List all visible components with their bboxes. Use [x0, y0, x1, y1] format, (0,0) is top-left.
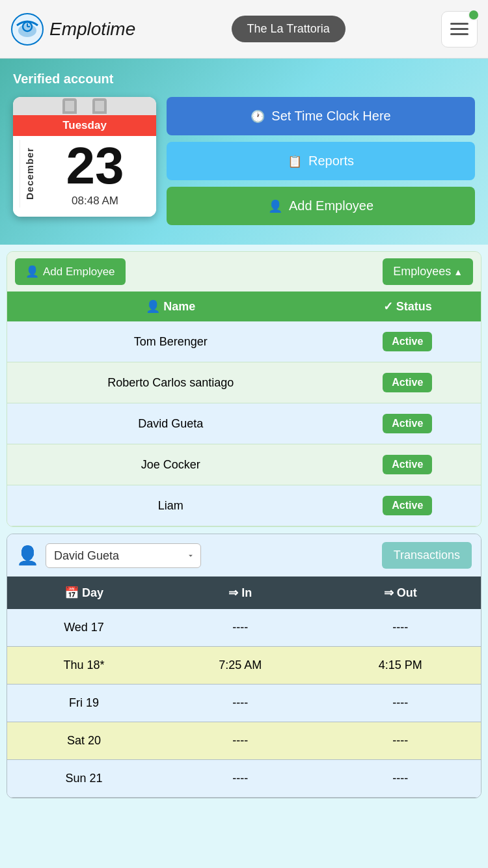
- hamburger-line-2: [450, 28, 468, 30]
- employee-table: 👤 Name ✓ Status Tom Berenger Active Robe…: [7, 292, 481, 526]
- name-column-header: 👤 Name: [7, 292, 334, 321]
- employee-name-cell: David Gueta: [7, 403, 334, 444]
- transaction-table-row: Sat 20 ---- ----: [7, 722, 481, 760]
- calendar-widget: Tuesday December 23 08:48 AM: [13, 97, 156, 217]
- reports-icon: [288, 154, 302, 169]
- transactions-table: 📅 Day ⇒ In ⇒ Out Wed 17 ---- ---- Thu 18…: [7, 576, 481, 798]
- employee-table-body: Tom Berenger Active Roberto Carlos santi…: [7, 321, 481, 526]
- trans-in-cell: 7:25 AM: [161, 647, 320, 685]
- employee-table-row[interactable]: Tom Berenger Active: [7, 321, 481, 362]
- add-employee-label: Add Employee: [43, 265, 115, 278]
- trans-day-cell: Wed 17: [7, 609, 161, 647]
- calendar-body: December 23 08:48 AM: [13, 136, 156, 217]
- restaurant-name: The La Trattoria: [232, 16, 346, 42]
- employees-dropdown-label: Employees: [393, 265, 463, 278]
- add-employee-hero-label: Add Employee: [289, 198, 373, 213]
- hamburger-line-1: [450, 23, 468, 25]
- reports-label: Reports: [308, 154, 354, 169]
- app-header: Emplotime The La Trattoria: [0, 0, 488, 59]
- employee-status-cell: Active: [334, 403, 481, 444]
- hamburger-line-3: [450, 33, 468, 35]
- add-employee-button[interactable]: 👤 Add Employee: [15, 258, 126, 285]
- trans-out-cell: ----: [320, 609, 481, 647]
- transactions-header: 👤 Tom BerengerRoberto Carlos santiagoDav…: [7, 534, 481, 576]
- calendar-right: 23 08:48 AM: [40, 140, 150, 208]
- transaction-table-row: Wed 17 ---- ----: [7, 609, 481, 647]
- logo-icon: [10, 12, 44, 46]
- employee-list-section: 👤 Add Employee Employees 👤 Name ✓ Status…: [7, 251, 481, 527]
- employee-name-cell: Joe Cocker: [7, 444, 334, 485]
- in-column-header: ⇒ In: [161, 576, 320, 609]
- trans-day-cell: Thu 18*: [7, 647, 161, 685]
- logo-text: Emplotime: [49, 19, 135, 40]
- person-icon-trans: 👤: [16, 545, 39, 566]
- calendar-day-number: 23: [66, 140, 124, 192]
- employee-status-cell: Active: [334, 485, 481, 526]
- out-icon: ⇒: [384, 586, 397, 599]
- trans-day-cell: Sun 21: [7, 760, 161, 798]
- employee-table-row[interactable]: Liam Active: [7, 485, 481, 526]
- trans-day-cell: Sat 20: [7, 722, 161, 760]
- employee-status-cell: Active: [334, 321, 481, 362]
- timeclock-label: Set Time Clock Here: [271, 109, 390, 124]
- calendar-rings: [13, 97, 156, 115]
- employee-table-row[interactable]: David Gueta Active: [7, 403, 481, 444]
- calendar-icon-trans: 📅: [64, 586, 82, 599]
- trans-out-cell: ----: [320, 722, 481, 760]
- trans-in-cell: ----: [161, 685, 320, 722]
- person-icon-add: 👤: [25, 265, 39, 278]
- employee-table-header-row: 👤 Name ✓ Status: [7, 292, 481, 321]
- employee-table-row[interactable]: Roberto Carlos santiago Active: [7, 362, 481, 403]
- logo-area: Emplotime: [10, 12, 135, 46]
- status-badge: Active: [383, 414, 432, 433]
- trans-in-cell: ----: [161, 722, 320, 760]
- calendar-ring-left: [62, 98, 77, 114]
- verified-badge: Verified account: [13, 72, 475, 87]
- trans-out-cell: ----: [320, 685, 481, 722]
- employees-dropdown-button[interactable]: Employees: [383, 258, 473, 285]
- calendar-ring-right: [92, 98, 107, 114]
- in-icon: ⇒: [228, 586, 238, 600]
- status-badge: Active: [383, 496, 432, 515]
- transaction-table-row: Thu 18* 7:25 AM 4:15 PM: [7, 647, 481, 685]
- employee-name-cell: Liam: [7, 485, 334, 526]
- action-buttons-group: Set Time Clock Here Reports Add Employee: [167, 97, 475, 225]
- transactions-button[interactable]: Transactions: [382, 542, 472, 569]
- clock-icon: [251, 109, 265, 124]
- timeclock-button[interactable]: Set Time Clock Here: [167, 97, 475, 135]
- status-badge: Active: [383, 373, 432, 392]
- hero-content: Tuesday December 23 08:48 AM Set Time Cl…: [13, 97, 475, 225]
- employee-name-cell: Roberto Carlos santiago: [7, 362, 334, 403]
- employee-name-cell: Tom Berenger: [7, 321, 334, 362]
- hero-section: Verified account Tuesday December 23 08:…: [0, 59, 488, 245]
- trans-out-cell: ----: [320, 760, 481, 798]
- hamburger-button[interactable]: [441, 11, 478, 47]
- employee-select-dropdown[interactable]: Tom BerengerRoberto Carlos santiagoDavid…: [46, 543, 201, 568]
- reports-button[interactable]: Reports: [167, 142, 475, 180]
- employee-table-row[interactable]: Joe Cocker Active: [7, 444, 481, 485]
- employee-status-cell: Active: [334, 362, 481, 403]
- transactions-table-body: Wed 17 ---- ---- Thu 18* 7:25 AM 4:15 PM…: [7, 609, 481, 798]
- out-column-header: ⇒ Out: [320, 576, 481, 609]
- employee-select-wrap: 👤 Tom BerengerRoberto Carlos santiagoDav…: [16, 543, 201, 568]
- name-person-icon: 👤: [146, 300, 163, 313]
- calendar-time: 08:48 AM: [72, 195, 118, 208]
- trans-in-cell: ----: [161, 609, 320, 647]
- transactions-header-row: 📅 Day ⇒ In ⇒ Out: [7, 576, 481, 609]
- employee-section-header: 👤 Add Employee Employees: [7, 252, 481, 292]
- transactions-section: 👤 Tom BerengerRoberto Carlos santiagoDav…: [7, 534, 481, 798]
- employee-status-cell: Active: [334, 444, 481, 485]
- add-employee-hero-button[interactable]: Add Employee: [167, 187, 475, 225]
- status-badge: Active: [383, 332, 432, 351]
- status-badge: Active: [383, 455, 432, 474]
- status-check-icon: ✓: [383, 300, 396, 313]
- transaction-table-row: Sun 21 ---- ----: [7, 760, 481, 798]
- calendar-month: December: [20, 140, 35, 208]
- transaction-table-row: Fri 19 ---- ----: [7, 685, 481, 722]
- calendar-day-name: Tuesday: [13, 115, 156, 136]
- status-column-header: ✓ Status: [334, 292, 481, 321]
- person-icon-hero: [268, 198, 282, 213]
- trans-in-cell: ----: [161, 760, 320, 798]
- trans-day-cell: Fri 19: [7, 685, 161, 722]
- trans-out-cell: 4:15 PM: [320, 647, 481, 685]
